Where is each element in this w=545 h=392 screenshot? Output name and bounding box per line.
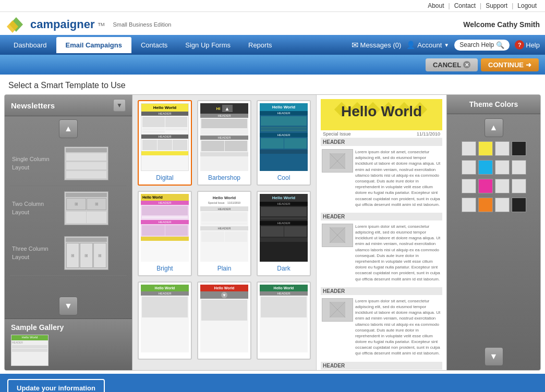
middle-panel: Hello World HEADER HEADER <box>132 95 316 370</box>
update-info-button[interactable]: Update your information <box>7 379 105 392</box>
template-row3-3[interactable]: Hello World HEADER <box>257 281 311 360</box>
swatch-1-1 <box>462 141 476 156</box>
theme-scroll-up[interactable]: ▲ <box>485 118 503 137</box>
row3-3-name <box>260 354 308 357</box>
search-help-button[interactable]: Search Help 🔍 <box>454 40 510 51</box>
three-column-thumb: ⊞ ⊞ ⊞ <box>64 236 108 270</box>
digital-thumb: Hello World HEADER HEADER <box>141 103 189 171</box>
preview-text-3: Lorem ipsum dolor sit amet, consectetur … <box>355 298 441 357</box>
bright-thumb: Hello World HEADER HEADER <box>141 194 189 262</box>
preview-image-3 <box>322 298 353 322</box>
layout-single-column[interactable]: Single ColumnLayout <box>10 141 127 186</box>
nav-item-email-campaigns[interactable]: Email Campaigns <box>56 37 131 53</box>
about-link[interactable]: About <box>428 2 444 9</box>
template-barbershop[interactable]: Hl ▲ HEADER HEADER B <box>197 100 251 186</box>
color-row-4[interactable] <box>452 198 535 212</box>
help-button[interactable]: ? Help <box>515 40 540 50</box>
continue-button[interactable]: CONTINUE ➜ <box>481 58 539 71</box>
swatch-1-2 <box>478 141 493 156</box>
nav-item-contacts[interactable]: Contacts <box>132 37 176 53</box>
swatch-1-3 <box>495 141 510 156</box>
swatch-4-3 <box>495 198 510 212</box>
preview-subtitle: Special Issue 11/11/2010 <box>321 130 442 138</box>
layout-scroll-up[interactable]: ▲ <box>59 119 78 138</box>
row3-2-thumb: Hello World ▼ <box>200 285 248 352</box>
messages-button[interactable]: ✉ Messages (0) <box>352 40 402 50</box>
logo: campaigner TM <box>5 15 105 34</box>
single-column-thumb <box>64 146 108 180</box>
theme-scroll-down[interactable]: ▼ <box>485 347 503 366</box>
sample-thumb-row: Hello World HEADER <box>11 335 126 366</box>
color-row-2[interactable] <box>452 160 535 175</box>
preview-content: Hello World Special Issue 11/11/2010 HEA… <box>321 99 442 370</box>
nav-right: ✉ Messages (0) 👤 Account ▼ Search Help 🔍… <box>352 40 540 51</box>
two-column-thumb: ⊞ ⊞ <box>64 191 108 225</box>
template-grid: Hello World HEADER HEADER <box>138 100 311 360</box>
main-content: Newsletters ▼ ▲ Single ColumnLayout Two … <box>4 94 541 371</box>
preview-panel: Hello World Special Issue 11/11/2010 HEA… <box>316 95 446 370</box>
sample-thumb-1[interactable]: Hello World HEADER <box>11 335 49 366</box>
logo-icon <box>5 15 27 34</box>
sample-gallery-title: Sample Gallery <box>11 323 126 332</box>
color-row-1[interactable] <box>452 141 535 156</box>
template-dark[interactable]: Hello World HEADER HEADER Dark <box>257 191 311 276</box>
nav-item-dashboard[interactable]: Dashboard <box>5 37 55 53</box>
welcome-message: Welcome Cathy Smith <box>463 20 540 29</box>
barbershop-thumb: Hl ▲ HEADER HEADER <box>200 103 248 171</box>
panel-title: Newsletters <box>11 101 55 110</box>
swatch-4-2 <box>478 198 493 212</box>
action-bar: CANCEL ✕ CONTINUE ➜ <box>0 55 545 75</box>
nav-item-sign-up-forms[interactable]: Sign Up Forms <box>177 37 239 53</box>
swatch-2-3 <box>495 160 510 175</box>
layout-three-column[interactable]: Three ColumnLayout ⊞ ⊞ ⊞ <box>10 231 127 276</box>
row3-1-name <box>141 354 189 357</box>
template-cool[interactable]: Hello World HEADER HEADER Cool <box>257 100 311 186</box>
swatch-2-1 <box>462 160 476 175</box>
swatch-1-4 <box>512 141 526 156</box>
account-button[interactable]: 👤 Account ▼ <box>406 41 449 49</box>
preview-text-1: Lorem ipsum dolor sit amet, consectetur … <box>355 149 441 207</box>
edition-label: Small Business Edition <box>113 21 172 28</box>
support-link[interactable]: Support <box>486 2 507 9</box>
template-row3-1[interactable]: Hello World HEADER <box>138 281 192 360</box>
bottom-bar: Update your information <box>0 374 545 392</box>
swatch-3-2 <box>478 179 493 193</box>
preview-section-2: HEADER Lorem ipsum dolor sit amet, conse… <box>321 213 442 283</box>
template-digital[interactable]: Hello World HEADER HEADER <box>138 100 192 186</box>
two-column-label: Two ColumnLayout <box>12 200 59 216</box>
contact-link[interactable]: Contact <box>454 2 476 9</box>
plain-thumb: Hello WorldSpecial Issue 11/11/2010 HEAD… <box>200 194 248 262</box>
cancel-button[interactable]: CANCEL ✕ <box>426 58 478 71</box>
template-row3-2[interactable]: Hello World ▼ <box>197 281 251 360</box>
cool-name: Cool <box>260 173 308 182</box>
layout-scroll-down[interactable]: ▼ <box>59 297 78 315</box>
swatch-4-4 <box>512 198 526 212</box>
logo-area: campaigner TM Small Business Edition <box>5 15 171 34</box>
preview-image-2 <box>322 224 353 247</box>
preview-header-bg: Hello World <box>321 99 442 130</box>
preview-section-4: HEADER Lorem ipsum dolor sit amet, conse… <box>321 362 442 370</box>
preview-section-3: HEADER Lorem ipsum dolor sit amet, conse… <box>321 287 442 358</box>
theme-title: Theme Colors <box>469 100 518 108</box>
left-panel: Newsletters ▼ ▲ Single ColumnLayout Two … <box>5 95 132 370</box>
theme-header: Theme Colors <box>447 95 540 114</box>
template-plain[interactable]: Hello WorldSpecial Issue 11/11/2010 HEAD… <box>197 191 251 276</box>
color-row-3[interactable] <box>452 179 535 193</box>
dark-thumb: Hello World HEADER HEADER <box>260 194 308 262</box>
single-column-label: Single ColumnLayout <box>12 155 59 172</box>
row3-2-name <box>200 354 248 357</box>
layout-two-column[interactable]: Two ColumnLayout ⊞ ⊞ <box>10 186 127 231</box>
top-bar: About | Contact | Support | Logout <box>0 0 545 12</box>
swatch-3-4 <box>512 179 526 193</box>
plain-name: Plain <box>200 264 248 273</box>
digital-name: Digital <box>141 173 189 182</box>
logout-link[interactable]: Logout <box>517 2 537 9</box>
template-bright[interactable]: Hello World HEADER HEADER Bright <box>138 191 192 276</box>
panel-dropdown-button[interactable]: ▼ <box>113 99 126 112</box>
cool-thumb: Hello World HEADER HEADER <box>260 103 308 171</box>
tm-label: TM <box>98 22 105 27</box>
sample-gallery: Sample Gallery Hello World HEADER <box>5 318 132 370</box>
nav-item-reports[interactable]: Reports <box>240 37 281 53</box>
preview-section-1: HEADER Lorem ipsum dolor sit amet, conse… <box>321 138 442 209</box>
bright-name: Bright <box>141 264 189 273</box>
